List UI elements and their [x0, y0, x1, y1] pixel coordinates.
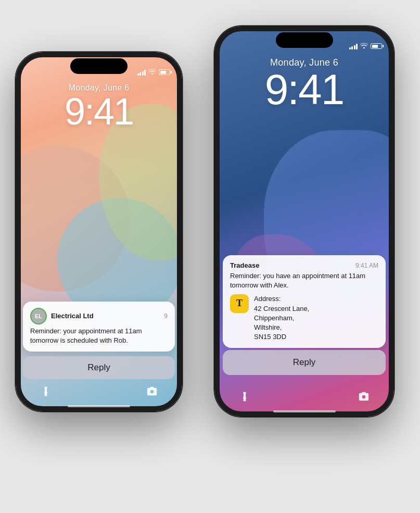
phone-left-screen: Monday, June 6 9:41 EL Electrical Ltd 9 … — [16, 52, 182, 411]
status-icons — [137, 68, 172, 76]
notif-body-row-right: T Address: 42 Crescent Lane, Chippenham,… — [230, 294, 378, 342]
phone-right: Monday, June 6 9:41 Tradease 9:41 AM Rem… — [214, 26, 394, 417]
notif-header-right: Tradease 9:41 AM — [230, 261, 378, 269]
bottom-controls-left — [16, 382, 182, 401]
wifi-icon — [148, 68, 156, 76]
app-icon-tradease: T — [230, 294, 249, 313]
lock-time-left: 9:41 — [16, 93, 182, 130]
notif-title-right: Reminder: you have an appointment at 11a… — [230, 271, 378, 290]
reply-button-left[interactable]: Reply — [23, 356, 175, 379]
notif-time-left: 9 — [164, 312, 168, 320]
notif-time-right: 9:41 AM — [355, 262, 378, 269]
camera-svg-right — [358, 391, 370, 403]
camera-svg — [146, 386, 158, 397]
home-indicator-left — [68, 405, 130, 407]
notif-header-left: EL Electrical Ltd 9 — [30, 308, 168, 324]
lock-time-right: 9:41 — [214, 68, 394, 111]
notif-address: Address: 42 Crescent Lane, Chippenham, W… — [254, 294, 309, 342]
phone-right-screen: Monday, June 6 9:41 Tradease 9:41 AM Rem… — [214, 26, 394, 417]
app-icon-el: EL — [30, 308, 47, 324]
lockscreen-info-right: Monday, June 6 9:41 — [214, 57, 394, 111]
lockscreen-info-left: Monday, June 6 9:41 — [16, 83, 182, 130]
torch-svg-right — [239, 391, 250, 403]
notif-app-name-left: Electrical Ltd — [51, 312, 94, 320]
notif-app-row: EL Electrical Ltd — [30, 308, 94, 324]
home-indicator-right — [273, 410, 336, 412]
notif-app-row-right: Tradease — [230, 261, 259, 269]
status-icons-right — [349, 42, 384, 50]
scene: Monday, June 6 9:41 EL Electrical Ltd 9 … — [0, 0, 420, 513]
torch-icon-left[interactable] — [36, 382, 55, 401]
battery-icon — [159, 69, 172, 75]
notification-card-right[interactable]: Tradease 9:41 AM Reminder: you have an a… — [223, 255, 386, 348]
wifi-icon-right — [360, 42, 368, 50]
address-lines: 42 Crescent Lane, Chippenham, Wiltshire,… — [254, 304, 309, 342]
signal-icon — [137, 69, 146, 76]
reply-button-right[interactable]: Reply — [223, 350, 386, 375]
notif-body-left: Reminder: your appointment at 11am tomor… — [30, 327, 168, 345]
torch-svg — [40, 386, 52, 397]
dynamic-island-right — [276, 32, 333, 48]
phone-left: Monday, June 6 9:41 EL Electrical Ltd 9 … — [16, 52, 182, 411]
camera-icon-right[interactable] — [354, 387, 373, 406]
dynamic-island — [70, 58, 128, 74]
notif-app-name-right: Tradease — [230, 261, 259, 269]
notification-card-left[interactable]: EL Electrical Ltd 9 Reminder: your appoi… — [23, 302, 175, 352]
battery-icon-right — [371, 43, 384, 49]
bottom-controls-right — [214, 387, 394, 406]
signal-icon-right — [349, 43, 358, 49]
torch-icon-right[interactable] — [235, 387, 254, 406]
svg-text:T: T — [236, 298, 243, 308]
camera-icon-left[interactable] — [143, 382, 161, 401]
